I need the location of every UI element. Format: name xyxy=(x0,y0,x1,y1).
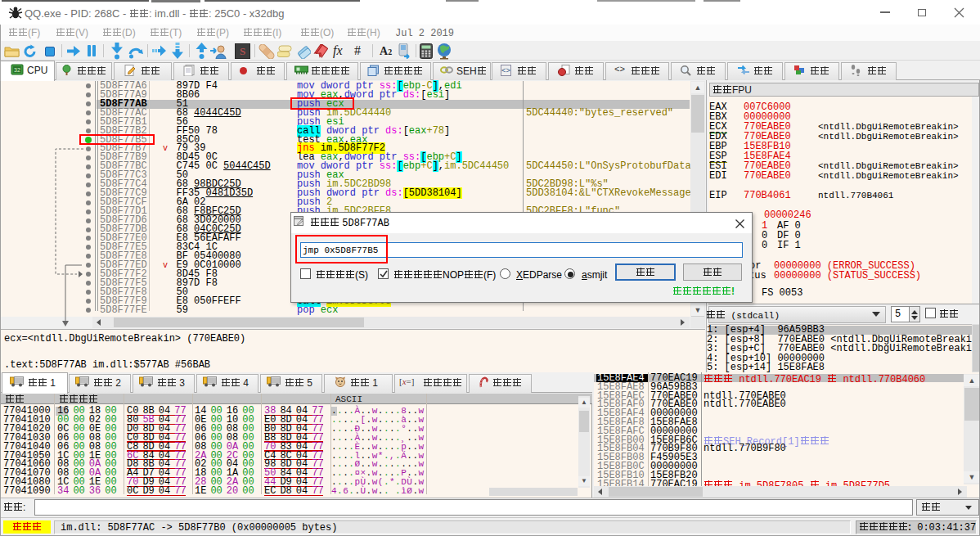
svg-text:<>: <> xyxy=(501,67,510,75)
svg-text:32: 32 xyxy=(14,67,20,73)
